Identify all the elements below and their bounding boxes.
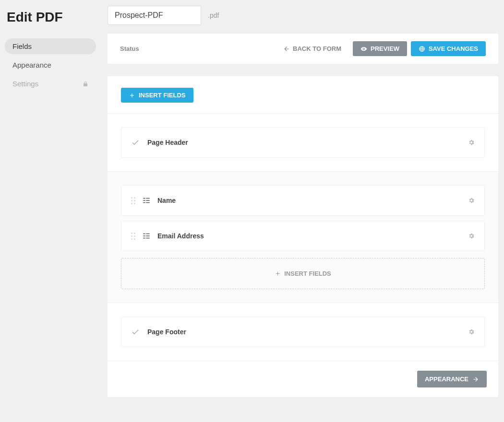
page-title: Edit PDF	[5, 10, 96, 25]
preview-label: PREVIEW	[371, 45, 399, 52]
save-label: SAVE CHANGES	[429, 45, 478, 52]
field-row-email[interactable]: Email Address	[121, 221, 485, 251]
main: .pdf Status BACK TO FORM PREVIEW SAVE CH…	[101, 0, 504, 422]
plus-icon	[275, 270, 281, 277]
page-footer-label: Page Footer	[147, 328, 186, 336]
plus-icon	[129, 92, 135, 99]
check-icon	[131, 138, 140, 147]
sidebar-item-label: Appearance	[12, 61, 51, 69]
fields-editor: INSERT FIELDS Page Header Name	[108, 76, 498, 397]
back-to-form-link[interactable]: BACK TO FORM	[283, 45, 341, 52]
filename-row: .pdf	[108, 6, 498, 25]
status-label: Status	[120, 45, 139, 52]
page-header-row[interactable]: Page Header	[121, 127, 485, 158]
lock-icon	[83, 81, 88, 87]
back-label: BACK TO FORM	[293, 45, 341, 52]
eye-icon	[360, 46, 367, 52]
arrow-right-icon	[472, 376, 479, 383]
insert-fields-button[interactable]: INSERT FIELDS	[121, 88, 193, 103]
text-field-icon	[142, 232, 151, 240]
arrow-left-icon	[283, 46, 290, 52]
field-label: Email Address	[157, 232, 204, 240]
appearance-button-label: APPEARANCE	[425, 375, 468, 383]
field-label: Name	[157, 197, 176, 204]
drag-handle-icon[interactable]	[131, 197, 135, 204]
page-header-label: Page Header	[147, 139, 188, 146]
field-row-name[interactable]: Name	[121, 185, 485, 216]
sidebar-item-fields[interactable]: Fields	[5, 38, 96, 54]
sidebar-item-appearance[interactable]: Appearance	[5, 57, 96, 73]
insert-fields-dropzone[interactable]: INSERT FIELDS	[121, 258, 485, 289]
gear-icon[interactable]	[468, 328, 475, 335]
page-footer-panel: Page Footer	[108, 303, 498, 361]
sidebar-item-settings: Settings	[5, 76, 96, 92]
sidebar-item-label: Settings	[12, 80, 38, 88]
text-field-icon	[142, 196, 151, 205]
globe-icon	[419, 46, 425, 52]
check-icon	[131, 328, 140, 336]
drag-handle-icon[interactable]	[131, 233, 135, 240]
appearance-next-button[interactable]: APPEARANCE	[417, 371, 487, 387]
insert-fields-label: INSERT FIELDS	[139, 92, 186, 99]
status-bar: Status BACK TO FORM PREVIEW SAVE CHANGES	[108, 34, 498, 64]
fields-panel: Name Email Address INSERT FIELDS	[108, 171, 498, 303]
gear-icon[interactable]	[468, 197, 475, 204]
sidebar: Edit PDF Fields Appearance Settings	[0, 0, 101, 422]
page-footer-row[interactable]: Page Footer	[121, 316, 485, 347]
preview-button[interactable]: PREVIEW	[353, 41, 407, 56]
insert-top-area: INSERT FIELDS	[108, 76, 498, 113]
gear-icon[interactable]	[468, 139, 475, 146]
save-changes-button[interactable]: SAVE CHANGES	[411, 41, 486, 56]
gear-icon[interactable]	[468, 233, 475, 239]
sidebar-item-label: Fields	[12, 42, 32, 50]
page-header-panel: Page Header	[108, 113, 498, 171]
filename-extension: .pdf	[208, 12, 219, 19]
insert-fields-dropzone-label: INSERT FIELDS	[284, 270, 331, 277]
footer-actions: APPEARANCE	[108, 361, 498, 397]
filename-input[interactable]	[108, 6, 201, 25]
